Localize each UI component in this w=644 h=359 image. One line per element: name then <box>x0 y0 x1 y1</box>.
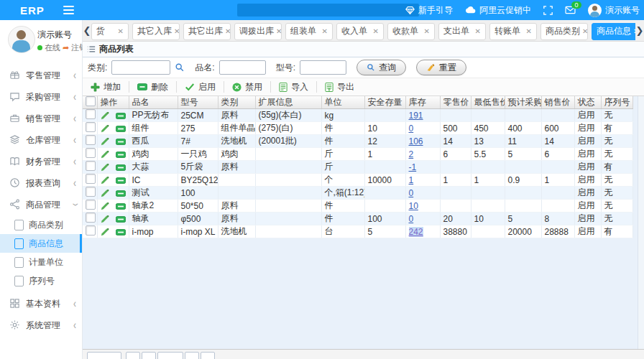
edit-icon[interactable] <box>101 176 109 185</box>
category-search-icon[interactable] <box>175 62 185 73</box>
newbie-guide-link[interactable]: 新手引导 <box>405 4 453 17</box>
close-tab-icon[interactable]: ✕ <box>225 27 231 35</box>
select-all-checkbox[interactable] <box>86 96 96 106</box>
label-icon[interactable] <box>116 190 126 197</box>
sidebar-item-goods-category[interactable]: 商品类别 <box>0 215 82 234</box>
column-header[interactable]: 型号 <box>178 96 218 109</box>
label-icon[interactable] <box>116 139 126 145</box>
disable-button[interactable]: 禁用 <box>224 81 271 93</box>
tab[interactable]: 支出单 ✕ <box>438 23 486 40</box>
edit-icon[interactable] <box>101 163 109 172</box>
edit-icon[interactable] <box>101 215 109 223</box>
label-icon[interactable] <box>116 216 126 223</box>
search-button[interactable]: 查询 <box>356 60 406 75</box>
sidebar-item-retail[interactable]: 零售管理‹ <box>0 65 82 86</box>
column-header[interactable]: 品名 <box>129 96 178 109</box>
row-checkbox[interactable] <box>86 225 96 236</box>
stock-link[interactable]: 1 <box>409 175 414 185</box>
label-icon[interactable] <box>116 177 126 184</box>
column-header[interactable]: 操作 <box>97 96 129 109</box>
row-checkbox[interactable] <box>86 148 96 158</box>
sidebar-item-serial[interactable]: 序列号 <box>0 271 82 290</box>
close-tab-icon[interactable]: ✕ <box>276 27 282 35</box>
row-checkbox[interactable] <box>86 187 96 197</box>
close-tab-icon[interactable]: ✕ <box>322 27 328 35</box>
close-tab-icon[interactable]: ✕ <box>582 27 588 35</box>
column-header[interactable]: 库存 <box>405 96 440 109</box>
model-input[interactable] <box>300 60 346 75</box>
next-page-button[interactable] <box>185 352 199 359</box>
tab[interactable]: 其它出库 ✕ <box>183 23 231 40</box>
tabs-scroll-left[interactable]: ❮ <box>83 25 91 36</box>
column-header[interactable]: 销售价 <box>541 96 574 109</box>
column-header[interactable]: 扩展信息 <box>255 96 321 109</box>
table-row[interactable]: 西瓜 7# 洗地机 (20001批) 件 12 106 14 13 11 14 … <box>83 135 632 148</box>
sidebar-item-basedata[interactable]: 基本资料‹ <box>0 293 82 314</box>
stock-link[interactable]: 0 <box>409 123 414 134</box>
category-input[interactable] <box>111 60 170 75</box>
column-header[interactable]: 序列号 <box>601 96 632 109</box>
stock-link[interactable]: 0 <box>409 214 414 224</box>
sidebar-item-system[interactable]: 系统管理‹ <box>0 314 82 336</box>
table-row[interactable]: i-mop i-mop XL 洗地机 台 5 242 38880 20000 2… <box>83 225 632 238</box>
label-icon[interactable] <box>116 164 126 171</box>
tabs-scroll-right[interactable]: ❯ <box>635 25 644 36</box>
column-header[interactable]: 零售价 <box>440 96 471 109</box>
label-icon[interactable] <box>116 113 126 119</box>
table-row[interactable]: PP无纺布 25CM 原料 (55g)(本白) kg 191 启用 <box>83 109 632 122</box>
table-row[interactable]: 轴承2 50*50 原料 件 10 启用 无 <box>83 200 632 213</box>
tab[interactable]: 收款单 ✕ <box>387 23 435 40</box>
global-search-input[interactable] <box>237 4 419 17</box>
tab[interactable]: 转账单 ✕ <box>489 23 537 40</box>
column-header[interactable]: 类别 <box>218 96 255 109</box>
row-checkbox[interactable] <box>86 161 96 171</box>
sidebar-item-units[interactable]: 计量单位 <box>0 253 82 271</box>
table-row[interactable]: 测试 100 个,箱(1:12) 0 启用 无 <box>83 187 632 200</box>
delete-button[interactable]: 删除 <box>129 81 177 93</box>
account-menu[interactable]: 演示账号 <box>588 4 640 17</box>
tab[interactable]: 商品类别 ✕ <box>540 23 588 40</box>
tab[interactable]: 收入单 ✕ <box>336 23 384 40</box>
reset-button[interactable]: 重置 <box>416 60 466 75</box>
table-row[interactable]: 组件 275 组件单晶 (275)(白) 件 10 0 500 450 400 … <box>83 122 632 135</box>
close-tab-icon[interactable]: ✕ <box>373 27 379 35</box>
column-header[interactable]: 单位 <box>321 96 364 109</box>
close-tab-icon[interactable]: ✕ <box>424 27 430 35</box>
edit-icon[interactable] <box>101 150 109 159</box>
label-icon[interactable] <box>116 229 126 236</box>
table-row[interactable]: IC BY25Q128 个 10000 1 1 1 0.9 1 启用 <box>83 174 632 187</box>
export-button[interactable]: 导出 <box>317 81 362 93</box>
tab[interactable]: 商品信息 ✕ <box>592 23 635 40</box>
tab[interactable]: 货 ✕ <box>91 23 129 40</box>
table-row[interactable]: 大蒜 5斤袋 原料 斤 -1 启用 有 <box>83 161 632 174</box>
messages-button[interactable]: 0 <box>565 6 576 14</box>
row-checkbox[interactable] <box>86 174 96 184</box>
tab[interactable]: 其它入库 ✕ <box>132 23 180 40</box>
stock-link[interactable]: -1 <box>409 162 417 172</box>
label-icon[interactable] <box>116 126 126 132</box>
column-header[interactable]: 安全存量 <box>364 96 405 109</box>
edit-icon[interactable] <box>101 137 109 146</box>
label-icon[interactable] <box>116 151 126 158</box>
close-tab-icon[interactable]: ✕ <box>526 27 532 35</box>
aliyun-promo-link[interactable]: 阿里云促销中 <box>465 4 531 17</box>
enable-button[interactable]: 启用 <box>177 81 224 93</box>
table-row[interactable]: 鸡肉 一只鸡 鸡肉 斤 1 2 6 5.5 5 6 启用 无 <box>83 148 632 161</box>
edit-icon[interactable] <box>101 124 109 133</box>
edit-icon[interactable] <box>101 228 109 236</box>
tab[interactable]: 调拨出库 ✕ <box>234 23 282 40</box>
column-header[interactable]: 最低售价 <box>471 96 505 109</box>
column-header[interactable]: 预计采购价 <box>505 96 541 109</box>
close-tab-icon[interactable]: ✕ <box>174 27 180 35</box>
sidebar-item-reports[interactable]: 报表查询‹ <box>0 172 82 194</box>
edit-icon[interactable] <box>101 202 109 210</box>
close-tab-icon[interactable]: ✕ <box>118 27 124 35</box>
prev-page-button[interactable] <box>142 352 156 359</box>
sidebar-item-sales[interactable]: 销售管理‹ <box>0 108 82 129</box>
stock-link[interactable]: 242 <box>409 227 423 237</box>
stock-link[interactable]: 106 <box>409 136 423 146</box>
row-checkbox[interactable] <box>86 135 96 145</box>
column-header[interactable]: 状态 <box>574 96 601 109</box>
row-checkbox[interactable] <box>86 109 96 119</box>
page-size-select[interactable] <box>87 352 121 359</box>
